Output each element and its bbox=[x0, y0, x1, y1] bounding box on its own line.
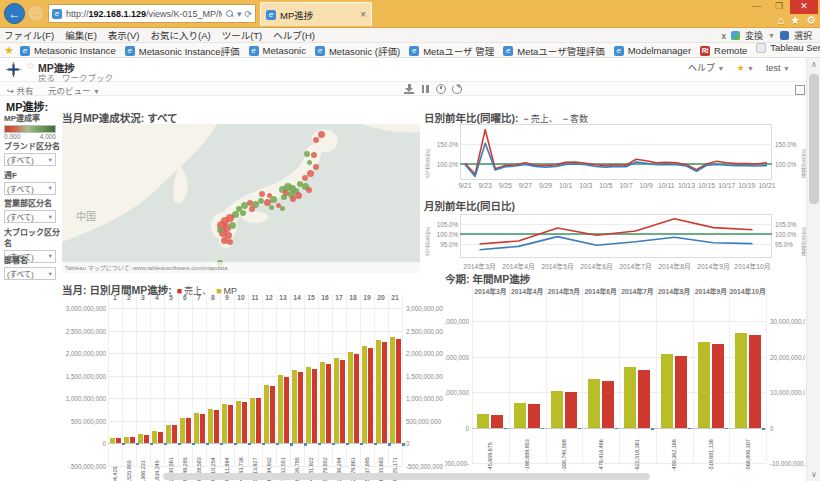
map-store-dot[interactable] bbox=[290, 196, 296, 202]
search-icon[interactable] bbox=[226, 10, 234, 18]
refresh-icon[interactable]: ⟳ bbox=[244, 9, 252, 19]
mp-bar[interactable] bbox=[348, 352, 353, 443]
diff-marker[interactable] bbox=[178, 443, 181, 444]
filter-dropdown[interactable]: (すべて)▼ bbox=[4, 153, 56, 166]
menu-item[interactable]: 編集(E) bbox=[65, 30, 97, 41]
mp-bar[interactable] bbox=[110, 438, 115, 443]
mp-bar[interactable] bbox=[194, 413, 199, 443]
menu-item[interactable]: 表示(V) bbox=[108, 30, 140, 41]
sales-bar[interactable] bbox=[396, 339, 401, 443]
sales-bar[interactable] bbox=[675, 356, 687, 428]
mp-bar[interactable] bbox=[250, 398, 255, 444]
favorite-item[interactable]: Tableau Server bbox=[756, 42, 820, 53]
favorites-icon[interactable]: ★ bbox=[790, 14, 800, 27]
settings-gear-icon[interactable]: ⚙ bbox=[806, 14, 816, 27]
dropdown-caret-icon[interactable]: ▾ bbox=[237, 9, 242, 19]
diff-marker[interactable] bbox=[150, 443, 153, 444]
mp-bar[interactable] bbox=[390, 337, 395, 443]
diff-marker[interactable] bbox=[388, 443, 391, 445]
filter-dropdown[interactable]: (すべて)▼ bbox=[4, 210, 56, 223]
sales-bar[interactable] bbox=[172, 425, 177, 443]
favorite-item[interactable]: eMetaユーザ 管理 bbox=[409, 44, 494, 58]
sales-bar[interactable] bbox=[256, 398, 261, 443]
sales-bar[interactable] bbox=[158, 432, 163, 444]
diff-marker[interactable] bbox=[136, 443, 139, 444]
mp-bar[interactable] bbox=[152, 431, 157, 443]
sales-bar[interactable] bbox=[186, 418, 191, 443]
diff-marker[interactable] bbox=[332, 443, 335, 445]
sales-bar[interactable] bbox=[565, 392, 577, 427]
convert-caret-icon[interactable]: ▼ bbox=[768, 32, 775, 39]
share-button[interactable]: ↪ 共有 bbox=[7, 84, 34, 96]
view-star-icon[interactable]: ☆ bbox=[26, 60, 35, 71]
mp-bar[interactable] bbox=[166, 425, 171, 444]
diff-marker[interactable] bbox=[541, 428, 544, 429]
mp-bar[interactable] bbox=[320, 362, 325, 444]
filter-dropdown[interactable]: (すべて)▼ bbox=[4, 267, 56, 280]
menu-item[interactable]: ツール(T) bbox=[222, 30, 263, 41]
diff-marker[interactable] bbox=[360, 443, 363, 445]
sales-bar[interactable] bbox=[382, 342, 387, 443]
diff-marker[interactable] bbox=[346, 443, 349, 445]
mp-bar[interactable] bbox=[362, 346, 367, 444]
scroll-down-icon[interactable]: ∨ bbox=[807, 470, 820, 479]
favorite-item[interactable]: eMetasonic bbox=[249, 45, 306, 56]
menu-item[interactable]: お気に入り(A) bbox=[150, 30, 210, 41]
vertical-scrollbar[interactable]: ∧ ∨ bbox=[806, 58, 820, 481]
horizontal-scrollbar-thumb[interactable] bbox=[163, 473, 650, 480]
close-button[interactable]: ✕ bbox=[790, 0, 818, 14]
diff-marker[interactable] bbox=[290, 443, 293, 445]
map-store-dot[interactable] bbox=[217, 227, 223, 233]
map-store-dot[interactable] bbox=[227, 239, 233, 245]
mp-bar[interactable] bbox=[624, 367, 636, 427]
mp-bar[interactable] bbox=[292, 370, 297, 443]
diff-marker[interactable] bbox=[164, 443, 167, 444]
pause-icon[interactable] bbox=[420, 84, 430, 94]
diff-marker[interactable] bbox=[651, 428, 654, 430]
sales-bar[interactable] bbox=[200, 414, 205, 444]
mp-bar[interactable] bbox=[236, 401, 241, 443]
select-button[interactable]: 選択 bbox=[794, 29, 812, 42]
diff-marker[interactable] bbox=[504, 428, 507, 429]
sales-bar[interactable] bbox=[284, 377, 289, 443]
diff-marker[interactable] bbox=[374, 443, 377, 445]
map-store-dot[interactable] bbox=[318, 131, 325, 138]
convert-button[interactable]: 変換 bbox=[745, 29, 763, 42]
diff-marker[interactable] bbox=[262, 443, 265, 444]
minimize-button[interactable]: — bbox=[746, 0, 768, 14]
diff-marker[interactable] bbox=[402, 443, 405, 445]
mp-bar[interactable] bbox=[588, 379, 600, 428]
sales-bar[interactable] bbox=[712, 344, 724, 428]
mp-bar[interactable] bbox=[138, 434, 143, 443]
home-icon[interactable]: ⌂ bbox=[778, 14, 785, 27]
favorite-item[interactable]: eMetasonic (評価) bbox=[315, 44, 400, 58]
scroll-up-icon[interactable]: ∧ bbox=[807, 60, 820, 69]
sales-bar[interactable] bbox=[116, 438, 121, 443]
mp-bar[interactable] bbox=[551, 391, 563, 427]
addon-close-button[interactable]: x bbox=[722, 31, 727, 41]
map-store-dot[interactable] bbox=[281, 194, 287, 200]
sales-bar[interactable] bbox=[214, 410, 219, 444]
mp-bar[interactable] bbox=[735, 333, 747, 427]
favorites-star-icon[interactable]: ★ bbox=[4, 44, 14, 57]
menu-item[interactable]: ファイル(F) bbox=[4, 30, 54, 41]
original-view-button[interactable]: 元のビュー ▼ bbox=[48, 84, 100, 96]
mp-bar[interactable] bbox=[124, 437, 129, 444]
diff-marker[interactable] bbox=[578, 428, 581, 429]
mp-bar[interactable] bbox=[698, 342, 710, 427]
mp-bar[interactable] bbox=[477, 414, 489, 427]
help-menu[interactable]: ヘルプ ▼ bbox=[688, 61, 724, 74]
scrollbar-thumb[interactable] bbox=[809, 74, 819, 204]
diff-marker[interactable] bbox=[192, 443, 195, 444]
sales-bar[interactable] bbox=[298, 372, 303, 443]
sales-bar[interactable] bbox=[602, 381, 614, 428]
sales-bar[interactable] bbox=[326, 364, 331, 444]
map-store-dot[interactable] bbox=[307, 160, 312, 165]
diff-marker[interactable] bbox=[248, 443, 251, 444]
mp-bar[interactable] bbox=[208, 409, 213, 444]
mp-bar[interactable] bbox=[661, 354, 673, 428]
sales-bar[interactable] bbox=[144, 435, 149, 444]
diff-marker[interactable] bbox=[304, 443, 307, 445]
diff-marker[interactable] bbox=[234, 443, 237, 444]
mp-bar[interactable] bbox=[278, 375, 283, 444]
